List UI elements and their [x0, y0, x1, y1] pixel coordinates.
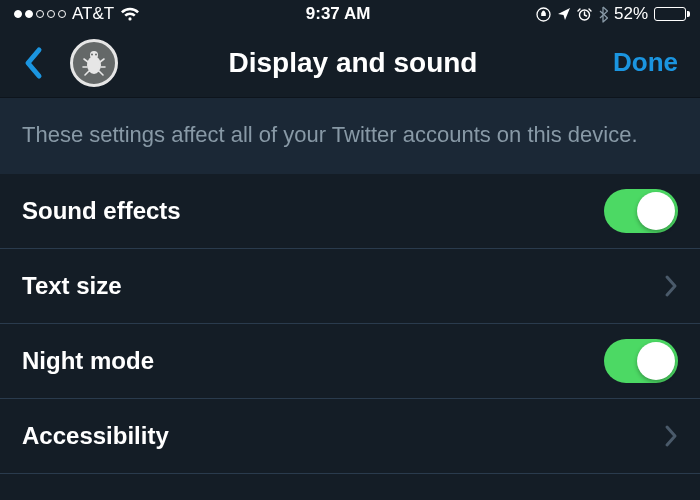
page-title: Display and sound	[118, 47, 588, 79]
avatar[interactable]	[70, 39, 118, 87]
status-right: 52%	[536, 4, 686, 24]
chevron-right-icon	[664, 274, 678, 298]
orientation-lock-icon	[536, 7, 551, 22]
row-label: Sound effects	[22, 197, 181, 225]
nav-bar: Display and sound Done	[0, 28, 700, 98]
bug-icon	[80, 49, 108, 77]
svg-point-4	[91, 53, 93, 55]
signal-strength-icon	[14, 10, 66, 18]
nav-left	[22, 39, 118, 87]
alarm-clock-icon	[577, 7, 592, 22]
battery-icon	[654, 7, 686, 21]
carrier-label: AT&T	[72, 4, 114, 24]
svg-point-5	[95, 53, 97, 55]
section-description: These settings affect all of your Twitte…	[0, 98, 700, 174]
status-bar: AT&T 9:37 AM 52%	[0, 0, 700, 28]
row-label: Accessibility	[22, 422, 169, 450]
row-accessibility[interactable]: Accessibility	[0, 399, 700, 474]
row-label: Text size	[22, 272, 122, 300]
location-arrow-icon	[557, 7, 571, 21]
row-night-mode[interactable]: Night mode	[0, 324, 700, 399]
battery-percent: 52%	[614, 4, 648, 24]
row-sound-effects[interactable]: Sound effects	[0, 174, 700, 249]
row-label: Night mode	[22, 347, 154, 375]
status-time: 9:37 AM	[306, 4, 371, 24]
chevron-right-icon	[664, 424, 678, 448]
back-button[interactable]	[22, 46, 44, 80]
status-left: AT&T	[14, 4, 140, 24]
sound-effects-toggle[interactable]	[604, 189, 678, 233]
night-mode-toggle[interactable]	[604, 339, 678, 383]
row-text-size[interactable]: Text size	[0, 249, 700, 324]
bluetooth-icon	[598, 6, 608, 23]
done-button[interactable]: Done	[588, 47, 678, 78]
wifi-icon	[120, 7, 140, 22]
